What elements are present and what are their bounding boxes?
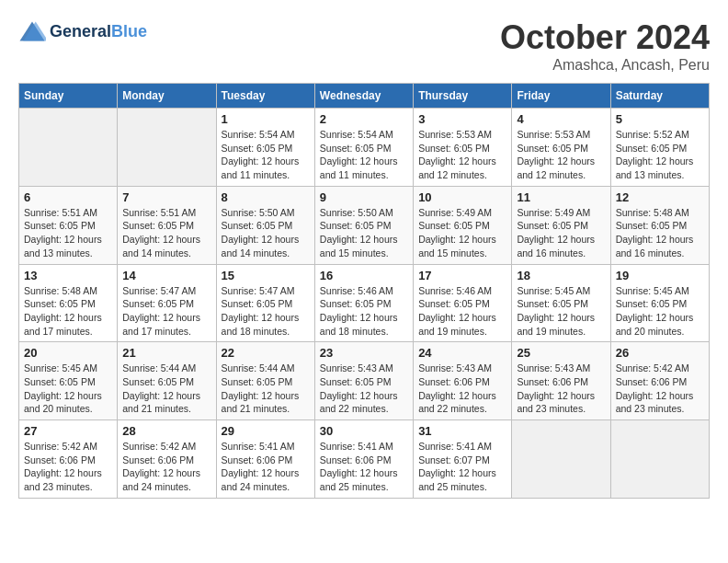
calendar-cell: 6Sunrise: 5:51 AM Sunset: 6:05 PM Daylig… [19,186,118,264]
day-number: 11 [517,190,605,204]
day-info: Sunrise: 5:46 AM Sunset: 6:05 PM Dayligh… [418,284,506,339]
day-info: Sunrise: 5:42 AM Sunset: 6:06 PM Dayligh… [24,440,112,494]
logo-icon [18,18,46,46]
day-number: 18 [517,269,605,282]
calendar-cell [610,420,709,499]
calendar-cell: 18Sunrise: 5:45 AM Sunset: 6:05 PM Dayli… [512,264,610,342]
calendar-cell: 7Sunrise: 5:51 AM Sunset: 6:05 PM Daylig… [118,186,216,264]
day-info: Sunrise: 5:45 AM Sunset: 6:05 PM Dayligh… [24,362,112,416]
day-number: 16 [320,269,408,282]
calendar-cell: 23Sunrise: 5:43 AM Sunset: 6:05 PM Dayli… [314,342,413,420]
day-number: 25 [517,346,605,360]
day-number: 26 [616,346,704,360]
day-number: 19 [616,269,704,282]
calendar-cell: 28Sunrise: 5:42 AM Sunset: 6:06 PM Dayli… [118,420,216,499]
calendar-cell: 25Sunrise: 5:43 AM Sunset: 6:06 PM Dayli… [512,342,610,420]
day-number: 2 [320,112,408,126]
day-info: Sunrise: 5:48 AM Sunset: 6:05 PM Dayligh… [616,206,704,260]
day-info: Sunrise: 5:50 AM Sunset: 6:05 PM Dayligh… [320,206,408,260]
day-info: Sunrise: 5:42 AM Sunset: 6:06 PM Dayligh… [616,362,704,416]
calendar-cell: 10Sunrise: 5:49 AM Sunset: 6:05 PM Dayli… [414,186,512,264]
calendar-cell: 16Sunrise: 5:46 AM Sunset: 6:05 PM Dayli… [314,264,413,342]
day-info: Sunrise: 5:45 AM Sunset: 6:05 PM Dayligh… [517,284,605,339]
calendar-cell: 3Sunrise: 5:53 AM Sunset: 6:05 PM Daylig… [414,109,512,187]
calendar-cell: 8Sunrise: 5:50 AM Sunset: 6:05 PM Daylig… [216,186,314,264]
calendar-week-row: 20Sunrise: 5:45 AM Sunset: 6:05 PM Dayli… [19,342,710,420]
day-info: Sunrise: 5:49 AM Sunset: 6:05 PM Dayligh… [517,206,605,260]
day-info: Sunrise: 5:54 AM Sunset: 6:05 PM Dayligh… [222,128,310,182]
calendar-cell: 15Sunrise: 5:47 AM Sunset: 6:05 PM Dayli… [216,264,314,342]
day-info: Sunrise: 5:44 AM Sunset: 6:05 PM Dayligh… [122,362,210,416]
calendar-cell: 11Sunrise: 5:49 AM Sunset: 6:05 PM Dayli… [512,186,610,264]
day-number: 5 [616,112,704,126]
page-header: GeneralBlue October 2024 Amashca, Ancash… [18,18,710,74]
calendar-cell: 20Sunrise: 5:45 AM Sunset: 6:05 PM Dayli… [19,342,118,420]
day-number: 14 [122,269,210,282]
day-info: Sunrise: 5:41 AM Sunset: 6:06 PM Dayligh… [222,440,310,494]
day-number: 20 [24,346,112,360]
day-info: Sunrise: 5:43 AM Sunset: 6:06 PM Dayligh… [517,362,605,416]
day-number: 6 [24,190,112,204]
weekday-header-row: SundayMondayTuesdayWednesdayThursdayFrid… [19,84,710,109]
day-number: 4 [517,112,605,126]
day-number: 21 [122,346,210,360]
day-number: 9 [320,190,408,204]
day-number: 31 [418,424,506,438]
month-title: October 2024 [500,18,710,57]
weekday-header: Saturday [610,84,709,109]
calendar-week-row: 13Sunrise: 5:48 AM Sunset: 6:05 PM Dayli… [19,264,710,342]
day-info: Sunrise: 5:45 AM Sunset: 6:05 PM Dayligh… [616,284,704,339]
weekday-header: Friday [512,84,610,109]
weekday-header: Wednesday [314,84,413,109]
calendar-week-row: 27Sunrise: 5:42 AM Sunset: 6:06 PM Dayli… [19,420,710,499]
calendar-cell [512,420,610,499]
calendar-cell: 1Sunrise: 5:54 AM Sunset: 6:05 PM Daylig… [216,109,314,187]
day-info: Sunrise: 5:43 AM Sunset: 6:06 PM Dayligh… [418,362,506,416]
day-number: 8 [222,190,310,204]
day-number: 28 [122,424,210,438]
day-info: Sunrise: 5:49 AM Sunset: 6:05 PM Dayligh… [418,206,506,260]
calendar-cell [118,109,216,187]
day-number: 30 [320,424,408,438]
day-info: Sunrise: 5:53 AM Sunset: 6:05 PM Dayligh… [418,128,506,182]
day-number: 29 [222,424,310,438]
day-info: Sunrise: 5:50 AM Sunset: 6:05 PM Dayligh… [222,206,310,260]
calendar-cell: 21Sunrise: 5:44 AM Sunset: 6:05 PM Dayli… [118,342,216,420]
day-number: 15 [222,269,310,282]
day-number: 7 [122,190,210,204]
location: Amashca, Ancash, Peru [500,57,710,74]
calendar-cell: 14Sunrise: 5:47 AM Sunset: 6:05 PM Dayli… [118,264,216,342]
day-info: Sunrise: 5:52 AM Sunset: 6:05 PM Dayligh… [616,128,704,182]
calendar-cell: 27Sunrise: 5:42 AM Sunset: 6:06 PM Dayli… [19,420,118,499]
weekday-header: Sunday [19,84,118,109]
day-info: Sunrise: 5:47 AM Sunset: 6:05 PM Dayligh… [122,284,210,339]
day-number: 3 [418,112,506,126]
day-info: Sunrise: 5:47 AM Sunset: 6:05 PM Dayligh… [222,284,310,339]
day-number: 24 [418,346,506,360]
logo: GeneralBlue [18,18,147,46]
calendar-week-row: 1Sunrise: 5:54 AM Sunset: 6:05 PM Daylig… [19,109,710,187]
calendar-cell: 22Sunrise: 5:44 AM Sunset: 6:05 PM Dayli… [216,342,314,420]
weekday-header: Tuesday [216,84,314,109]
calendar-cell: 19Sunrise: 5:45 AM Sunset: 6:05 PM Dayli… [610,264,709,342]
calendar-cell: 17Sunrise: 5:46 AM Sunset: 6:05 PM Dayli… [414,264,512,342]
day-info: Sunrise: 5:51 AM Sunset: 6:05 PM Dayligh… [122,206,210,260]
title-block: October 2024 Amashca, Ancash, Peru [500,18,710,74]
weekday-header: Thursday [414,84,512,109]
calendar-table: SundayMondayTuesdayWednesdayThursdayFrid… [18,83,710,499]
calendar-cell: 9Sunrise: 5:50 AM Sunset: 6:05 PM Daylig… [314,186,413,264]
day-info: Sunrise: 5:43 AM Sunset: 6:05 PM Dayligh… [320,362,408,416]
calendar-cell: 30Sunrise: 5:41 AM Sunset: 6:06 PM Dayli… [314,420,413,499]
day-number: 12 [616,190,704,204]
day-number: 13 [24,269,112,282]
day-info: Sunrise: 5:42 AM Sunset: 6:06 PM Dayligh… [122,440,210,494]
calendar-cell: 12Sunrise: 5:48 AM Sunset: 6:05 PM Dayli… [610,186,709,264]
day-info: Sunrise: 5:48 AM Sunset: 6:05 PM Dayligh… [24,284,112,339]
calendar-cell: 5Sunrise: 5:52 AM Sunset: 6:05 PM Daylig… [610,109,709,187]
day-number: 10 [418,190,506,204]
calendar-cell: 13Sunrise: 5:48 AM Sunset: 6:05 PM Dayli… [19,264,118,342]
day-info: Sunrise: 5:54 AM Sunset: 6:05 PM Dayligh… [320,128,408,182]
calendar-cell: 24Sunrise: 5:43 AM Sunset: 6:06 PM Dayli… [414,342,512,420]
day-number: 27 [24,424,112,438]
day-info: Sunrise: 5:44 AM Sunset: 6:05 PM Dayligh… [222,362,310,416]
